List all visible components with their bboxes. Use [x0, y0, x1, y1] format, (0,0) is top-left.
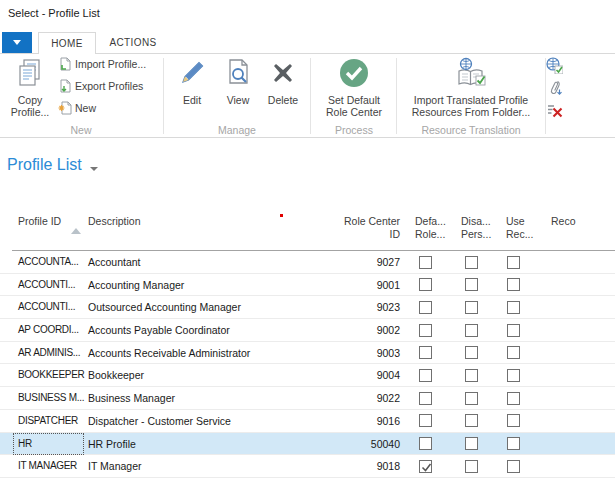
test-translations-button[interactable]	[546, 57, 563, 74]
default-role-center-checkbox[interactable]	[419, 369, 432, 382]
description-cell[interactable]: Outsourced Accounting Manager	[88, 296, 318, 319]
default-role-center-checkbox[interactable]	[419, 301, 432, 314]
table-row[interactable]: ACCOUNTA...Accountant9027	[0, 251, 615, 274]
globe-check-icon	[546, 57, 563, 74]
description-cell[interactable]: Accounts Payable Coordinator	[88, 319, 318, 342]
default-role-center-checkbox[interactable]	[419, 256, 432, 269]
default-role-center-checkbox[interactable]	[419, 460, 432, 473]
column-header-use-record-notes[interactable]: UseRec...	[506, 215, 533, 241]
description-cell[interactable]: IT Manager	[88, 455, 318, 478]
profile-id-cell[interactable]: DISPATCHER	[13, 410, 84, 433]
description-cell[interactable]: HR Profile	[88, 433, 318, 456]
set-default-role-center-button[interactable]: Set DefaultRole Center	[316, 57, 392, 118]
table-row[interactable]: IT MANAGERIT Manager9018	[0, 455, 615, 478]
default-role-center-checkbox[interactable]	[419, 414, 432, 427]
role-center-id-cell[interactable]: 9004	[320, 364, 400, 387]
copy-profile-button[interactable]: CopyProfile...	[6, 57, 54, 118]
tab-home[interactable]: HOME	[38, 32, 96, 54]
disable-personalization-checkbox[interactable]	[465, 324, 478, 337]
profile-id-cell[interactable]: ACCOUNTI...	[13, 274, 84, 297]
export-profiles-label: Export Profiles	[75, 80, 143, 92]
use-record-notes-checkbox[interactable]	[507, 324, 520, 337]
table-row[interactable]: AP COORDI...Accounts Payable Coordinator…	[0, 319, 615, 342]
use-record-notes-checkbox[interactable]	[507, 301, 520, 314]
delete-button[interactable]: Delete	[260, 57, 306, 106]
use-record-notes-checkbox[interactable]	[507, 278, 520, 291]
new-icon	[58, 101, 72, 115]
role-center-id-cell[interactable]: 9002	[320, 319, 400, 342]
page-title-dropdown-icon[interactable]	[90, 167, 98, 171]
description-cell[interactable]: Accountant	[88, 251, 318, 274]
use-record-notes-checkbox[interactable]	[507, 346, 520, 359]
disable-personalization-checkbox[interactable]	[465, 278, 478, 291]
set-default-role-center-icon	[338, 57, 370, 89]
profile-id-cell[interactable]: AP COORDI...	[13, 319, 84, 342]
description-cell[interactable]: Bookkeeper	[88, 364, 318, 387]
role-center-id-cell[interactable]: 9016	[320, 410, 400, 433]
role-center-id-cell[interactable]: 9003	[320, 342, 400, 365]
profile-id-cell[interactable]: AR ADMINIS...	[13, 342, 84, 365]
delete-translations-button[interactable]	[546, 101, 563, 118]
column-header-profile-id[interactable]: Profile ID	[18, 215, 61, 228]
profile-id-cell[interactable]: HR	[13, 433, 84, 456]
tab-actions[interactable]: ACTIONS	[96, 32, 170, 54]
table-row[interactable]: BOOKKEEPERBookkeeper9004	[0, 364, 615, 387]
import-translated-button[interactable]: Import Translated ProfileResources From …	[400, 57, 542, 118]
description-cell[interactable]: Accounting Manager	[88, 274, 318, 297]
group-label-process: Process	[316, 124, 392, 136]
profile-id-cell[interactable]: ACCOUNTI...	[13, 296, 84, 319]
export-profiles-button[interactable]: Export Profiles	[58, 79, 143, 95]
column-header-role-center-id[interactable]: Role CenterID	[320, 215, 400, 241]
profile-id-cell[interactable]: IT MANAGER	[13, 455, 84, 478]
description-cell[interactable]: Dispatcher - Customer Service	[88, 410, 318, 433]
column-header-record[interactable]: Reco	[551, 215, 576, 228]
default-role-center-checkbox[interactable]	[419, 278, 432, 291]
profile-id-cell[interactable]: ACCOUNTA...	[13, 251, 84, 274]
application-menu-button[interactable]	[2, 32, 32, 53]
import-profile-button[interactable]: Import Profile...	[58, 57, 146, 73]
default-role-center-checkbox[interactable]	[419, 324, 432, 337]
column-header-default-role-center[interactable]: Defa...Role...	[415, 215, 446, 241]
table-row[interactable]: ACCOUNTI...Outsourced Accounting Manager…	[0, 296, 615, 319]
use-record-notes-checkbox[interactable]	[507, 437, 520, 450]
view-button[interactable]: View	[218, 57, 258, 106]
description-cell[interactable]: Accounts Receivable Administrator	[88, 342, 318, 365]
use-record-notes-checkbox[interactable]	[507, 414, 520, 427]
role-center-id-cell[interactable]: 50040	[320, 433, 400, 456]
column-header-description[interactable]: Description	[88, 215, 141, 228]
new-button[interactable]: New	[58, 101, 96, 117]
description-cell[interactable]: Business Manager	[88, 387, 318, 410]
disable-personalization-checkbox[interactable]	[465, 437, 478, 450]
role-center-id-cell[interactable]: 9022	[320, 387, 400, 410]
use-record-notes-checkbox[interactable]	[507, 460, 520, 473]
role-center-id-cell[interactable]: 9018	[320, 455, 400, 478]
use-record-notes-checkbox[interactable]	[507, 369, 520, 382]
attach-translations-button[interactable]	[546, 79, 563, 96]
default-role-center-checkbox[interactable]	[419, 437, 432, 450]
disable-personalization-checkbox[interactable]	[465, 460, 478, 473]
role-center-id-cell[interactable]: 9027	[320, 251, 400, 274]
disable-personalization-checkbox[interactable]	[465, 346, 478, 359]
disable-personalization-checkbox[interactable]	[465, 256, 478, 269]
profile-id-cell[interactable]: BOOKKEEPER	[13, 364, 84, 387]
disable-personalization-checkbox[interactable]	[465, 392, 478, 405]
disable-personalization-checkbox[interactable]	[465, 301, 478, 314]
disable-personalization-checkbox[interactable]	[465, 414, 478, 427]
disable-personalization-checkbox[interactable]	[465, 369, 478, 382]
use-record-notes-checkbox[interactable]	[507, 256, 520, 269]
table-row[interactable]: AR ADMINIS...Accounts Receivable Adminis…	[0, 342, 615, 365]
role-center-id-cell[interactable]: 9023	[320, 296, 400, 319]
default-role-center-checkbox[interactable]	[419, 346, 432, 359]
use-record-notes-checkbox[interactable]	[507, 392, 520, 405]
column-header-disable-personalization[interactable]: Disa...Pers...	[461, 215, 491, 241]
table-row[interactable]: DISPATCHERDispatcher - Customer Service9…	[0, 410, 615, 433]
default-role-center-checkbox[interactable]	[419, 392, 432, 405]
role-center-id-cell[interactable]: 9001	[320, 274, 400, 297]
set-default-label: Set Default	[328, 94, 380, 106]
table-row[interactable]: HRHR Profile50040	[0, 433, 615, 456]
profile-id-cell[interactable]: BUSINESS M...	[13, 387, 84, 410]
edit-button[interactable]: Edit	[172, 57, 212, 106]
table-row[interactable]: BUSINESS M...Business Manager9022	[0, 387, 615, 410]
window-title: Select - Profile List	[8, 7, 100, 19]
table-row[interactable]: ACCOUNTI...Accounting Manager9001	[0, 274, 615, 297]
